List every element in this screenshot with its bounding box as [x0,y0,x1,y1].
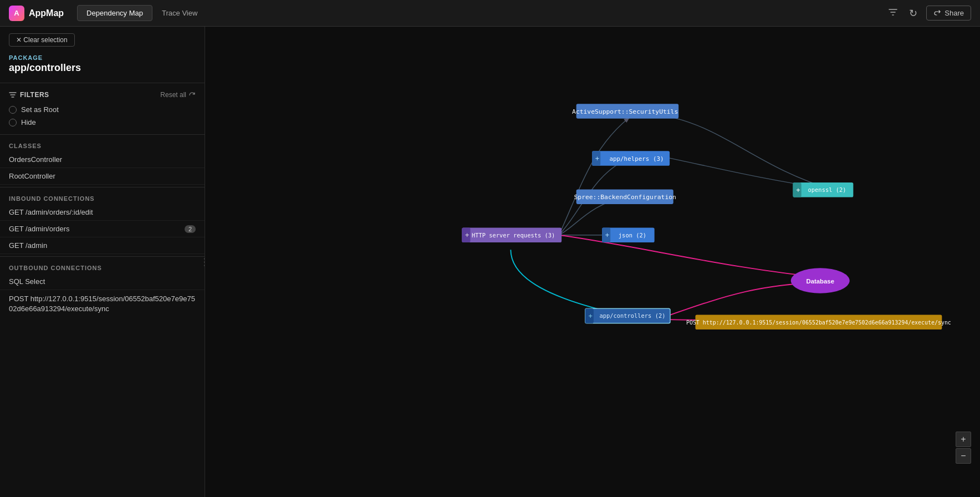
plus-icon-json: + [605,231,609,239]
set-as-root-option[interactable]: Set as Root [9,103,196,116]
plus-icon-openssl: + [796,186,800,194]
classes-section-title: CLASSES [0,137,205,151]
radio-icon [9,106,17,114]
class-item-orders-controller[interactable]: OrdersController [0,151,205,168]
radio-icon [9,119,17,126]
filters-header: FILTERS Reset all [9,91,196,99]
app-name: AppMap [29,8,64,18]
plus-icon-helpers: + [595,155,599,163]
outbound-item-0[interactable]: SQL Select [0,273,205,290]
node-openssl-label: openssl (2) [808,186,846,193]
inbound-section-title: INBOUND CONNECTIONS [0,190,205,204]
topbar: A AppMap Dependency Map Trace View ↻ Sha… [0,0,980,27]
tab-trace-view[interactable]: Trace View [152,5,207,21]
tab-dependency-map[interactable]: Dependency Map [77,5,152,21]
refresh-button[interactable]: ↻ [907,5,920,22]
node-app-helpers-label: app/helpers (3) [609,155,663,163]
outbound-item-1[interactable]: POST http://127.0.0.1:9515/session/06552… [0,290,205,318]
zoom-out-button[interactable]: − [956,448,971,464]
filters-section: FILTERS Reset all Set as Root Hide [0,85,205,132]
node-http-label: HTTP server requests (3) [472,232,555,239]
node-database-label: Database [807,278,834,285]
filters-title: FILTERS [9,91,49,99]
zoom-controls: + − [956,432,971,464]
hide-option[interactable]: Hide [9,116,196,129]
inbound-item-2[interactable]: GET /admin [0,237,205,254]
node-app-controllers-label: app/controllers (2) [599,312,665,319]
node-json-label: json (2) [619,232,646,239]
appmap-logo-icon: A [9,6,24,21]
node-active-support-label: ActiveSupport::SecurityUtils [572,108,678,115]
clear-selection-button[interactable]: ✕ Clear selection [9,33,75,47]
logo-area: A AppMap [9,6,64,21]
main-layout: ✕ Clear selection PACKAGE app/controller… [0,27,980,497]
filter-button[interactable] [886,5,900,22]
sidebar: ✕ Clear selection PACKAGE app/controller… [0,27,205,497]
dependency-graph: ActiveSupport::SecurityUtils + app/helpe… [205,27,980,497]
node-spree-label: Spree::BackendConfiguration [574,193,676,201]
plus-icon-http: + [465,231,469,239]
tab-bar: Dependency Map Trace View [77,5,207,21]
package-name: app/controllers [9,62,196,74]
outbound-section-title: OUTBOUND CONNECTIONS [0,259,205,273]
plus-icon-controllers: + [589,312,593,320]
inbound-item-1[interactable]: GET /admin/orders 2 [0,221,205,237]
inbound-item-0[interactable]: GET /admin/orders/:id/edit [0,204,205,221]
share-button[interactable]: Share [926,6,971,21]
graph-area: ActiveSupport::SecurityUtils + app/helpe… [205,27,980,497]
class-item-root-controller[interactable]: RootController [0,168,205,185]
reset-all-button[interactable]: Reset all [160,91,196,99]
zoom-in-button[interactable]: + [956,432,971,447]
package-label: PACKAGE [9,54,196,61]
topbar-actions: ↻ Share [886,5,971,22]
node-post-url-label: POST http://127.0.0.1:9515/session/06552… [686,320,951,326]
sidebar-top: ✕ Clear selection PACKAGE app/controller… [0,27,205,80]
inbound-badge-1: 2 [185,225,196,233]
